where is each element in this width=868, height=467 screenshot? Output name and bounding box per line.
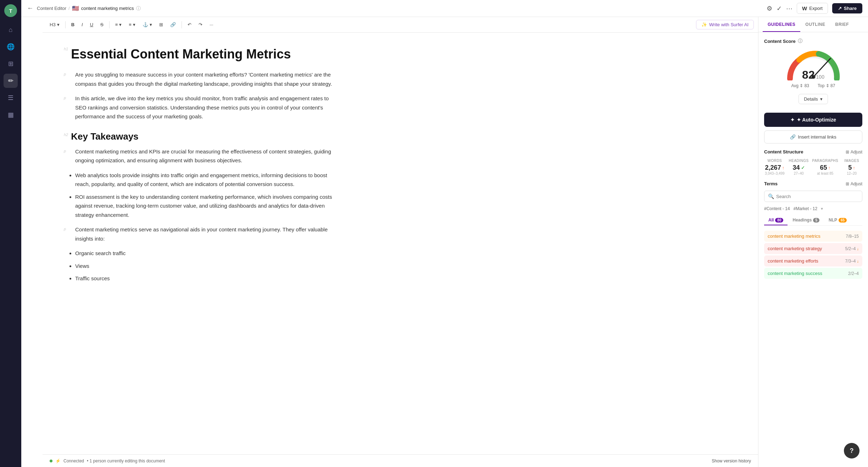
search-box: 🔍 [764, 191, 862, 202]
content-structure-header: Content Structure ⊞ Adjust [764, 149, 862, 154]
filter-tab-headings[interactable]: Headings 5 [788, 215, 824, 225]
export-button[interactable]: W Export [797, 3, 828, 14]
ai-icon: ✨ [701, 22, 707, 27]
underline-button[interactable]: U [87, 21, 96, 29]
help-button[interactable]: ? [844, 443, 859, 458]
strike-button[interactable]: S [98, 21, 106, 29]
words-label: WORDS [764, 159, 785, 163]
sidebar-item-chart[interactable]: ▦ [4, 108, 18, 122]
market-tag[interactable]: #Market - 12 [794, 206, 817, 211]
term-3-range: 7/3–4 ↓ [845, 259, 859, 264]
back-button[interactable]: ← [27, 5, 33, 12]
tab-brief[interactable]: BRIEF [830, 17, 854, 32]
filter-headings-label: Headings [792, 218, 812, 223]
term-item-3[interactable]: content marketing efforts 7/3–4 ↓ [764, 255, 862, 266]
redo-button[interactable]: ↷ [196, 21, 205, 29]
write-ai-button[interactable]: ✨ Write with Surfer AI [696, 20, 754, 29]
write-ai-label: Write with Surfer AI [709, 22, 749, 27]
term-1-range: 7/8–15 [846, 234, 859, 239]
sidebar-item-list[interactable]: ☰ [4, 91, 18, 105]
content-structure-title: Content Structure [764, 149, 803, 154]
paragraphs-value: 65 ↑ [812, 164, 839, 171]
heading-label: H3 [50, 22, 56, 27]
words-value: 2,267 ↑ [764, 164, 785, 171]
auto-optimize-label: ✦ Auto-Optimize [797, 117, 836, 123]
p4-tag: p [64, 225, 72, 232]
headings-item: HEADINGS 34 ✓ 27–40 [788, 159, 809, 175]
link-button[interactable]: ⚓ ▾ [140, 21, 155, 29]
top-label: Top ⇕ 87 [818, 83, 835, 88]
content-tags: #Content - 14 #Market - 12 ▾ [764, 206, 862, 211]
term-3-arrow: ↓ [857, 259, 859, 263]
status-right: Show version history [712, 458, 751, 463]
content-structure-adjust[interactable]: ⊞ Adjust [846, 150, 862, 154]
adjust-label: Adjust [851, 150, 862, 154]
sidebar-item-globe[interactable]: 🌐 [4, 40, 18, 54]
terms-header: Terms ⊞ Adjust [764, 181, 862, 186]
bold-button[interactable]: B [68, 21, 77, 29]
tab-outline[interactable]: OUTLINE [800, 17, 830, 32]
structure-grid: WORDS 2,267 ↑ 3,043–3,499 HEADINGS 34 ✓ … [764, 159, 862, 175]
search-icon: 🔍 [768, 193, 774, 199]
avatar[interactable]: T [4, 4, 17, 17]
breadcrumb-info-icon[interactable]: ⓘ [136, 5, 141, 12]
term-item-1[interactable]: content marketing metrics 7/8–15 [764, 231, 862, 242]
h2-tag: h2 [64, 131, 68, 137]
term-item-2[interactable]: content marketing strategy 5/2–4 ↓ [764, 243, 862, 254]
term-item-4[interactable]: content marketing success 2/2–4 [764, 268, 862, 279]
content-tag[interactable]: #Content - 14 [764, 206, 790, 211]
terms-adjust[interactable]: ⊞ Adjust [846, 181, 862, 186]
avg-label: Avg ⇕ 83 [791, 83, 809, 88]
italic-button[interactable]: I [79, 21, 86, 29]
tags-chevron[interactable]: ▾ [821, 206, 823, 211]
more-toolbar-button[interactable]: ··· [207, 21, 216, 29]
sidebar-item-editor[interactable]: ✏ [4, 74, 18, 88]
list-button[interactable]: ≡ ▾ [126, 21, 138, 29]
paragraph-4: p Content marketing metrics serve as nav… [64, 225, 333, 243]
breadcrumb-flag: 🇺🇸 [72, 5, 79, 12]
check-button[interactable]: ✓ [777, 5, 782, 12]
share-icon: ↗ [838, 6, 842, 11]
bullet-item-5: Traffic sources [75, 274, 333, 283]
terms-section: Terms ⊞ Adjust 🔍 #Content - 14 #Market -… [764, 181, 862, 279]
left-sidebar: T ⌂ 🌐 ⊞ ✏ ☰ ▦ [0, 0, 21, 467]
right-panel: GUIDELINES OUTLINE BRIEF Content Score ⓘ [758, 17, 868, 467]
headings-label: HEADINGS [788, 159, 809, 163]
insert-button[interactable]: ⊞ [156, 21, 166, 29]
details-button[interactable]: Details ▾ [799, 94, 828, 104]
filter-tab-nlp[interactable]: NLP 65 [824, 215, 851, 225]
undo-button[interactable]: ↶ [185, 21, 194, 29]
paragraphs-label: PARAGRAPHS [812, 159, 839, 163]
details-chevron: ▾ [820, 96, 823, 102]
filter-tab-all[interactable]: All 80 [764, 215, 788, 225]
internal-links-label: Insert internal links [798, 134, 836, 140]
heading-dropdown[interactable]: H3 ▾ [47, 21, 62, 29]
editor-content[interactable]: h1 Essential Content Marketing Metrics p… [43, 33, 362, 454]
editor-toolbar: H3 ▾ B I U S ≡ ▾ ≡ ▾ ⚓ ▾ ⊞ 🔗 ↶ ↷ ··· [43, 17, 758, 33]
settings-button[interactable]: ⚙ [767, 5, 772, 12]
sidebar-item-grid[interactable]: ⊞ [4, 57, 18, 71]
more-button[interactable]: ⋯ [786, 5, 792, 12]
insert-link-button[interactable]: 🔗 [167, 21, 179, 29]
share-button[interactable]: ↗ Share [832, 3, 862, 13]
status-bar: ⚡ Connected • 1 person currently editing… [43, 454, 758, 467]
h1-tag: h1 [64, 47, 68, 51]
filter-tabs: All 80 Headings 5 NLP 65 [764, 215, 862, 226]
internal-links-button[interactable]: 🔗 Insert internal links [764, 130, 862, 144]
filter-all-label: All [768, 218, 774, 223]
score-info-icon[interactable]: ⓘ [798, 38, 802, 44]
toolbar-divider-2 [109, 21, 110, 28]
tab-guidelines[interactable]: GUIDELINES [763, 17, 800, 32]
breadcrumb-editor[interactable]: Content Editor [37, 6, 66, 11]
sidebar-item-home[interactable]: ⌂ [4, 23, 18, 37]
p1-text: Are you struggling to measure success in… [75, 70, 333, 88]
auto-optimize-button[interactable]: ✦ ✦ Auto-Optimize [764, 113, 862, 127]
align-button[interactable]: ≡ ▾ [112, 21, 125, 29]
score-label: Content Score [764, 39, 796, 44]
score-main: 82 [802, 68, 815, 80]
p1-tag: p [64, 70, 72, 78]
search-input[interactable] [776, 194, 858, 199]
toolbar-divider-1 [65, 21, 66, 28]
show-history-button[interactable]: Show version history [712, 458, 751, 463]
images-range: 12–20 [841, 171, 862, 175]
